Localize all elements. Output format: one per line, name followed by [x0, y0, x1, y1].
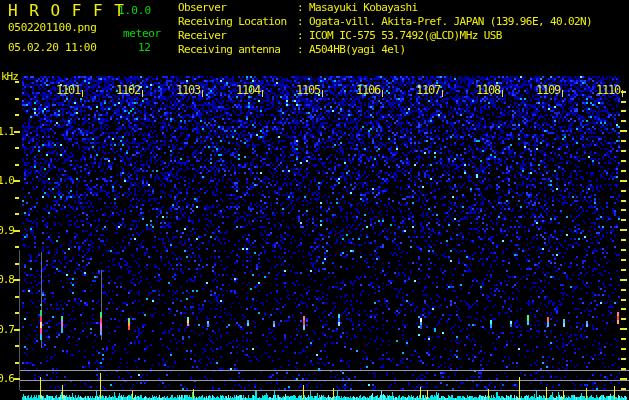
station-label: Receiver — [178, 29, 297, 43]
station-value: : Masayuki Kobayashi — [297, 1, 417, 15]
station-label: Receiving antenna — [178, 43, 297, 57]
x-tick-label: 1102 — [104, 83, 152, 97]
station-value: : ICOM IC-575 53.7492(@LCD)MHz USB — [297, 29, 502, 43]
x-tick-label: 1110 — [584, 83, 629, 97]
x-tick-label: 1101 — [44, 83, 92, 97]
output-filename: 0502201100.png — [8, 21, 97, 34]
hrofft-window: H R O F F T 1.0.0 0502201100.png meteor … — [0, 0, 629, 400]
x-tick-label: 1106 — [344, 83, 392, 97]
station-row: Receiving Location: Ogata-vill. Akita-Pr… — [178, 15, 592, 29]
x-tick-label: 1105 — [284, 83, 332, 97]
x-tick-label: 1107 — [404, 83, 452, 97]
station-value: : A504HB(yagi 4el) — [297, 43, 405, 57]
x-tick-label: 1108 — [464, 83, 512, 97]
x-tick-label: 1109 — [524, 83, 572, 97]
app-version: 1.0.0 — [118, 4, 151, 17]
station-label: Observer — [178, 1, 297, 15]
y-tick-label: 0.9 — [0, 224, 14, 237]
station-info: Observer: Masayuki KobayashiReceiving Lo… — [178, 1, 592, 57]
station-row: Observer: Masayuki Kobayashi — [178, 1, 592, 15]
datetime-label: 05.02.20 11:00 — [8, 41, 97, 54]
mode-label: meteor — [123, 27, 161, 40]
echo-count: 12 — [138, 41, 151, 54]
y-tick-label: 1.0 — [0, 174, 14, 187]
app-title: H R O F F T — [8, 1, 125, 20]
y-tick-label: 0.8 — [0, 273, 14, 286]
y-tick-label: 1.1 — [0, 125, 14, 138]
spectrogram-canvas — [0, 0, 629, 400]
khz-unit-label: kHz — [1, 70, 18, 83]
x-tick-label: 1103 — [164, 83, 212, 97]
y-tick-label: 0.6 — [0, 372, 14, 385]
station-row: Receiving antenna: A504HB(yagi 4el) — [178, 43, 592, 57]
station-row: Receiver: ICOM IC-575 53.7492(@LCD)MHz U… — [178, 29, 592, 43]
y-tick-label: 0.7 — [0, 323, 14, 336]
station-label: Receiving Location — [178, 15, 297, 29]
station-value: : Ogata-vill. Akita-Pref. JAPAN (139.96E… — [297, 15, 592, 29]
x-tick-label: 1104 — [224, 83, 272, 97]
